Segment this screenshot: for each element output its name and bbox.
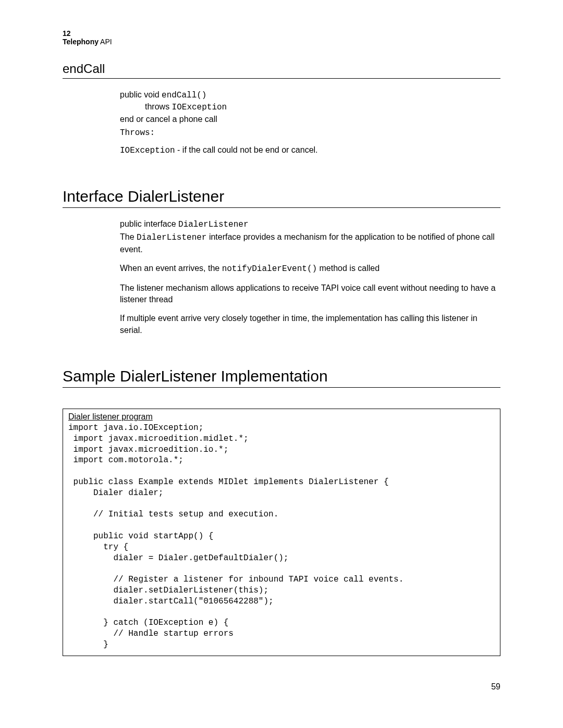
rule-dialerlistener [63,207,500,208]
throws-kw: throws [145,102,172,111]
dialerlistener-block: public interface DialerListener The Dial… [120,218,500,336]
throws-item: IOException - if the call could not be e… [120,144,500,156]
dl-para4: If multiple event arrive very closely to… [120,313,500,336]
endcall-desc: end or cancel a phone call [120,114,500,125]
sig-prefix: public void [120,90,162,99]
rule-sample [63,387,500,388]
rule-endcall [63,78,500,79]
heading-sample: Sample DialerListener Implementation [63,367,500,385]
dl-para2-pre: When an event arrives, the [120,264,222,273]
dl-para2: When an event arrives, the notifyDialerE… [120,263,500,275]
code-lines: import java.io.IOException; import javax… [68,423,495,650]
throws-label: Throws: [120,127,500,139]
heading-dialerlistener: Interface DialerListener [63,188,500,205]
throws-type: IOException [172,103,227,112]
throws-item-type: IOException [120,146,175,155]
chapter-title: Telephony API [63,38,500,46]
chapter-number: 12 [63,29,500,38]
dl-sig-prefix: public interface [120,219,178,228]
endcall-signature-line1: public void endCall() [120,89,500,101]
dl-para2-code: notifyDialerEvent() [222,264,317,274]
heading-endcall: endCall [63,61,500,76]
endcall-signature-line2: throws IOException [145,101,500,113]
page-container: 12 Telephony API endCall public void end… [0,0,563,712]
dl-para1: The DialerListener interface provides a … [120,231,500,255]
code-box: Dialer listener program import java.io.I… [63,409,500,656]
dl-signature: public interface DialerListener [120,218,500,230]
endcall-block: public void endCall() throws IOException… [120,89,500,156]
sig-method: endCall() [162,91,206,100]
dl-para2-post: method is called [317,264,380,273]
page-header: 12 Telephony API [63,29,500,46]
dl-para1-code: DialerListener [137,233,206,242]
chapter-title-rest: API [99,38,112,46]
code-box-title: Dialer listener program [68,412,153,422]
page-number: 59 [63,682,500,692]
dl-sig-name: DialerListener [178,220,248,229]
dl-para3: The listener mechanism allows applicatio… [120,282,500,306]
chapter-title-bold: Telephony [63,38,99,46]
throws-item-rest: - if the call could not be end or cancel… [175,145,318,154]
dl-para1-pre: The [120,232,137,241]
